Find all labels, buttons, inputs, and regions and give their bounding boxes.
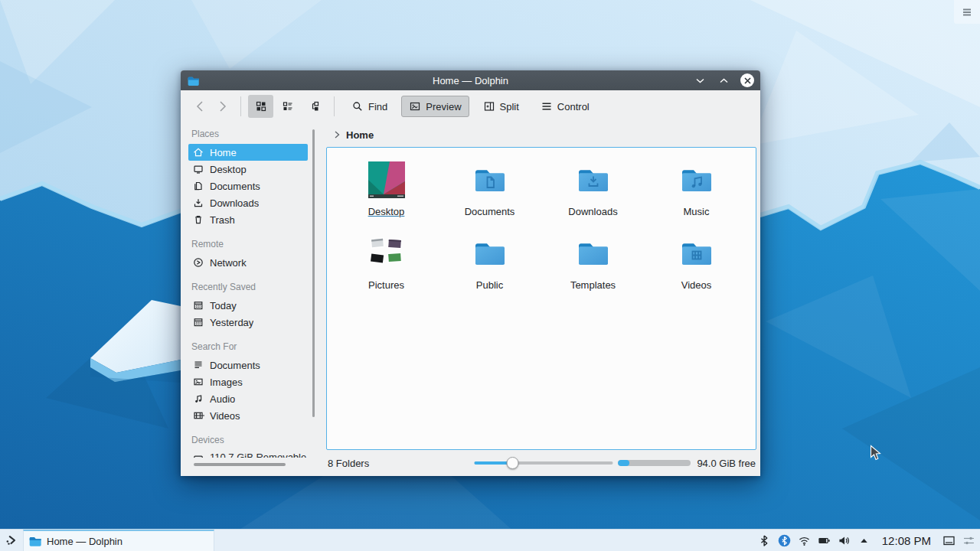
slider-handle[interactable] (507, 457, 519, 469)
file-item-desktop[interactable]: Desktop (335, 161, 438, 235)
sidebar-item-home[interactable]: Home (188, 144, 308, 161)
split-label: Split (500, 101, 519, 112)
folder-plain (472, 235, 508, 272)
toolbar-separator (334, 96, 335, 116)
breadcrumb[interactable]: Home (326, 122, 760, 147)
details-view-button[interactable] (302, 95, 327, 118)
task-dolphin[interactable]: Home — Dolphin (23, 530, 214, 551)
sidebar-item-label: Network (210, 257, 247, 269)
sidebar-item-trash[interactable]: Trash (188, 211, 308, 228)
free-space-label: 94.0 GiB free (697, 458, 756, 469)
back-button[interactable] (188, 95, 211, 118)
preview-button[interactable]: Preview (401, 96, 469, 117)
panel-toolbox-icon[interactable] (962, 534, 975, 547)
video-icon (192, 409, 204, 422)
pictures-preview (368, 235, 405, 272)
sidebar-item-label: Videos (210, 410, 240, 422)
file-grid: DesktopDocumentsDownloadsMusicPicturesPu… (335, 161, 756, 308)
task-title: Home — Dolphin (47, 536, 122, 547)
disk-capacity-bar (618, 460, 691, 466)
clock[interactable]: 12:08 PM (877, 534, 936, 547)
folder-videos (678, 235, 715, 272)
hamburger-icon (961, 6, 973, 18)
desktop: Home — Dolphin (0, 0, 980, 551)
file-item-videos[interactable]: Videos (645, 235, 748, 308)
sidebar-item-label: Audio (210, 393, 235, 405)
sidebar-item-audio[interactable]: Audio (188, 390, 308, 407)
sidebar-item-desktop[interactable]: Desktop (188, 161, 308, 178)
file-item-downloads[interactable]: Downloads (541, 161, 645, 235)
system-tray: 12:08 PM (758, 534, 980, 547)
sidebar-item-documents[interactable]: Documents (188, 357, 308, 373)
bluetooth-icon[interactable] (758, 534, 771, 547)
find-button[interactable]: Find (344, 96, 395, 117)
file-item-public[interactable]: Public (438, 235, 541, 308)
sidebar-item-label: Yesterday (210, 317, 253, 328)
folder-downloads (575, 161, 612, 198)
places-panel: PlacesHomeDesktopDocumentsDownloadsTrash… (181, 122, 326, 476)
sidebar-item-label: Images (210, 377, 243, 388)
forward-button[interactable] (211, 95, 234, 118)
desktop-toolbox[interactable] (954, 0, 980, 24)
app-launcher-button[interactable] (0, 530, 23, 551)
sidebar-item-110-7-gib-removable-drive[interactable]: 110.7 GiB Removable Drive (188, 450, 308, 458)
folder-view[interactable]: DesktopDocumentsDownloadsMusicPicturesPu… (326, 147, 756, 450)
compact-view-button[interactable] (275, 95, 300, 118)
sidebar-section-header: Recently Saved (191, 282, 326, 295)
icons-view-button[interactable] (248, 95, 273, 118)
file-item-templates[interactable]: Templates (541, 235, 645, 308)
file-item-music[interactable]: Music (645, 161, 748, 235)
sidebar-vertical-scrollbar[interactable] (312, 129, 315, 417)
minimize-button[interactable] (693, 73, 707, 87)
desktop-icon (192, 163, 204, 175)
toolbar-separator (240, 96, 241, 116)
sidebar-horizontal-scrollbar[interactable] (194, 463, 286, 466)
documents-icon (192, 180, 204, 192)
file-label: Pictures (368, 279, 404, 291)
file-label: Downloads (568, 206, 617, 217)
sidebar-section-header: Places (191, 129, 326, 142)
drive-icon (192, 452, 204, 458)
sidebar-item-videos[interactable]: Videos (188, 407, 308, 424)
file-label: Videos (681, 279, 712, 291)
titlebar[interactable]: Home — Dolphin (181, 70, 760, 90)
sidebar-item-network[interactable]: Network (188, 254, 308, 271)
file-label: Templates (570, 279, 616, 291)
zoom-slider[interactable] (474, 457, 612, 469)
file-item-documents[interactable]: Documents (438, 161, 541, 235)
expand-arrow-icon[interactable] (858, 534, 871, 547)
sidebar-item-label: Trash (210, 214, 235, 226)
split-icon (483, 100, 495, 112)
details-view-icon (309, 100, 321, 112)
sidebar-item-yesterday[interactable]: Yesterday (188, 314, 308, 331)
tray-icons (758, 534, 871, 547)
mouse-cursor (870, 445, 881, 465)
wifi-icon[interactable] (798, 534, 811, 547)
sidebar-item-documents[interactable]: Documents (188, 178, 308, 194)
compact-view-icon (282, 100, 294, 112)
control-button[interactable]: Control (533, 96, 597, 117)
search-icon (351, 100, 364, 112)
image-icon (192, 376, 204, 388)
split-button[interactable]: Split (475, 96, 527, 117)
volume-icon[interactable] (838, 534, 851, 547)
maximize-button[interactable] (717, 73, 730, 87)
file-item-pictures[interactable]: Pictures (335, 235, 438, 308)
bluetooth-active-icon[interactable] (778, 534, 791, 547)
sidebar-item-label: Home (210, 147, 237, 158)
sidebar-item-label: Downloads (210, 197, 259, 209)
sidebar-item-downloads[interactable]: Downloads (188, 194, 308, 211)
show-desktop-icon[interactable] (942, 534, 956, 547)
disk-capacity-fill (618, 460, 629, 466)
sidebar-item-today[interactable]: Today (188, 297, 308, 314)
sidebar-item-label: Desktop (210, 164, 247, 175)
file-label: Desktop (368, 206, 405, 217)
sidebar-section-header: Remote (191, 239, 326, 252)
breadcrumb-home[interactable]: Home (346, 129, 374, 141)
home-icon (192, 146, 204, 158)
close-button[interactable] (740, 73, 754, 87)
sidebar-item-images[interactable]: Images (188, 373, 308, 390)
network-icon (192, 256, 204, 269)
battery-icon[interactable] (818, 534, 831, 547)
calendar-icon (192, 316, 204, 328)
